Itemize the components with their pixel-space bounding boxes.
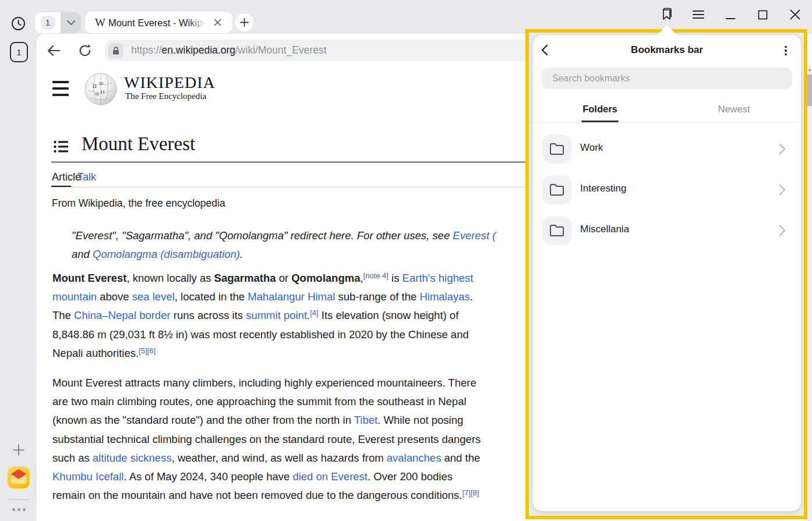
svg-text:W: W [99,81,104,86]
folder-label: Miscellania [580,224,629,235]
wikipedia-logo[interactable]: Ω W H 中 [83,71,118,106]
chevron-right-icon [779,225,786,236]
window-scrollbar[interactable]: ▲ [807,34,812,521]
wiki-tab-article[interactable]: Article [52,171,81,183]
sidebar-add-icon[interactable] [10,441,27,459]
svg-text:Ω: Ω [93,83,97,89]
tab-group-pill[interactable]: 1 [35,12,81,33]
wiki-main-menu-icon[interactable] [52,81,69,96]
maximize-icon[interactable] [755,7,770,22]
close-tab-icon[interactable] [210,15,225,30]
url-scheme: https:// [131,44,162,56]
history-icon[interactable] [11,16,26,31]
tab-folders[interactable]: Folders [533,98,667,122]
back-chevron-icon[interactable] [541,44,554,57]
hatnote: "Everest", "Sagarmatha", and "Qomolangma… [72,226,496,264]
panel-header: Bookmarks bar [533,35,801,65]
close-window-icon[interactable] [788,7,803,22]
sidebar-more-icon[interactable] [8,504,29,515]
page-title: Mount Everest [82,133,195,155]
folder-icon [542,175,571,204]
scrollbar-up-arrow[interactable]: ▲ [807,68,812,72]
lock-icon[interactable] [108,43,123,58]
chevron-down-icon [66,20,76,26]
url-host: en.wikipedia.org [162,44,235,56]
svg-text:中: 中 [95,92,100,97]
tab-newest[interactable]: Newest [667,98,801,122]
wikipedia-wordmark[interactable]: WIKIPEDIA [124,73,216,92]
browser-tab-active[interactable]: W Mount Everest - Wikipedi [85,12,232,33]
url-path: /wiki/Mount_Everest [235,44,327,56]
url-text: https://en.wikipedia.org/wiki/Mount_Ever… [131,44,327,56]
scrollbar-thumb[interactable] [807,75,812,106]
chevron-right-icon [779,184,786,196]
panel-divider [533,122,801,123]
tab-title-fade [189,16,209,29]
bookmarks-panel-highlight: Bookmarks bar Folders Newest Work Intere… [525,29,807,519]
yandex-mail-icon[interactable] [8,466,30,488]
panel-caret [656,23,678,35]
tab-group-dropdown[interactable] [61,12,81,33]
address-bar[interactable]: https://en.wikipedia.org/wiki/Mount_Ever… [105,40,584,61]
search-bookmarks-input[interactable] [542,68,792,89]
kebab-menu-icon[interactable] [780,44,792,57]
folder-icon [542,216,571,245]
folder-icon [542,134,571,164]
bookmarks-icon[interactable] [659,7,674,22]
chevron-right-icon [779,143,786,155]
folder-label: Work [580,142,603,154]
tab-group-count[interactable]: 1 [35,12,61,33]
folder-label: Interesting [580,183,626,194]
tab-group-badge: 1 [41,16,55,30]
article-paragraph-2: Mount Everest attracts many climbers, in… [52,374,481,505]
new-tab-button[interactable] [235,13,253,31]
toc-icon[interactable] [54,140,68,153]
back-icon[interactable] [46,43,61,58]
minimize-icon[interactable] [723,7,738,22]
folder-row-interesting[interactable]: Interesting [533,169,801,210]
workspace-button[interactable]: 1 [10,42,28,62]
svg-text:H: H [101,89,105,95]
menu-icon[interactable] [691,7,706,22]
left-sidebar: 1 [0,34,37,521]
wiki-tab-talk[interactable]: Talk [77,171,96,183]
panel-title: Bookmarks bar [533,44,801,56]
article-paragraph-1: Mount Everest, known locally as Sagarmat… [52,269,473,363]
reload-icon[interactable] [77,43,93,58]
panel-tabs: Folders Newest [533,98,801,122]
wikipedia-tagline: The Free Encyclopedia [125,91,206,101]
wikipedia-favicon: W [94,16,106,29]
folder-row-miscellania[interactable]: Miscellania [533,210,801,251]
folder-row-work[interactable]: Work [533,129,801,169]
sidebar-divider [8,499,29,500]
scrollbar-track-top [807,34,812,66]
bookmarks-panel: Bookmarks bar Folders Newest Work Intere… [533,35,801,511]
wiki-subtitle: From Wikipedia, the free encyclopedia [52,197,225,210]
